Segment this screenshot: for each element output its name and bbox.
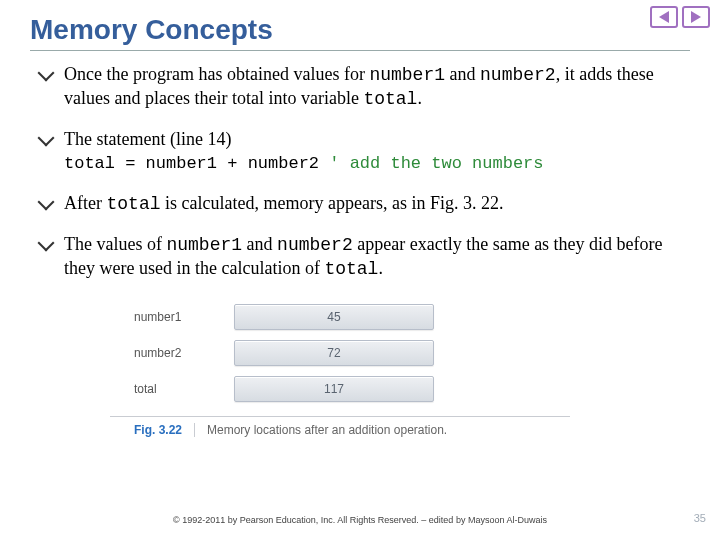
- code: number1: [369, 65, 445, 85]
- slide: Memory Concepts Once the program has obt…: [0, 0, 720, 540]
- slide-title: Memory Concepts: [30, 14, 690, 51]
- nav-controls: [650, 6, 710, 28]
- bullet-4: The values of number1 and number2 appear…: [40, 233, 690, 280]
- figure-row: total 117: [134, 376, 546, 402]
- bullet-2: The statement (line 14) total = number1 …: [40, 128, 690, 174]
- bullet-1: Once the program has obtained values for…: [40, 63, 690, 110]
- figure-number: Fig. 3.22: [134, 423, 182, 437]
- divider: [194, 423, 195, 437]
- code: number1: [166, 235, 242, 255]
- text: is calculated, memory appears, as in Fig…: [161, 193, 504, 213]
- figure-label: number2: [134, 346, 234, 360]
- arrow-right-icon: [691, 11, 701, 23]
- code: number2: [480, 65, 556, 85]
- next-button[interactable]: [682, 6, 710, 28]
- prev-button[interactable]: [650, 6, 678, 28]
- text: .: [378, 258, 383, 278]
- text: After: [64, 193, 106, 213]
- text: and: [445, 64, 480, 84]
- code: total: [363, 89, 417, 109]
- copyright: © 1992-2011 by Pearson Education, Inc. A…: [0, 515, 720, 526]
- code: total: [324, 259, 378, 279]
- figure-row: number1 45: [134, 304, 546, 330]
- figure: number1 45 number2 72 total 117 Fig. 3.2…: [110, 298, 570, 441]
- text: Once the program has obtained values for: [64, 64, 369, 84]
- code-line: total = number1 + number2 ' add the two …: [64, 153, 690, 174]
- figure-label: number1: [134, 310, 234, 324]
- figure-rows: number1 45 number2 72 total 117: [110, 298, 570, 416]
- code: total: [106, 194, 160, 214]
- page-number: 35: [694, 512, 706, 524]
- figure-caption-text: Memory locations after an addition opera…: [207, 423, 447, 437]
- text: and: [242, 234, 277, 254]
- figure-label: total: [134, 382, 234, 396]
- code: number2: [277, 235, 353, 255]
- bullet-3: After total is calculated, memory appear…: [40, 192, 690, 216]
- code: total = number1 + number2: [64, 154, 329, 173]
- figure-caption: Fig. 3.22 Memory locations after an addi…: [110, 416, 570, 441]
- figure-value: 72: [234, 340, 434, 366]
- text: .: [417, 88, 422, 108]
- code-comment: ' add the two numbers: [329, 154, 543, 173]
- arrow-left-icon: [659, 11, 669, 23]
- figure-row: number2 72: [134, 340, 546, 366]
- figure-value: 45: [234, 304, 434, 330]
- text: The statement (line 14): [64, 129, 231, 149]
- bullet-list: Once the program has obtained values for…: [40, 63, 690, 280]
- figure-value: 117: [234, 376, 434, 402]
- text: The values of: [64, 234, 166, 254]
